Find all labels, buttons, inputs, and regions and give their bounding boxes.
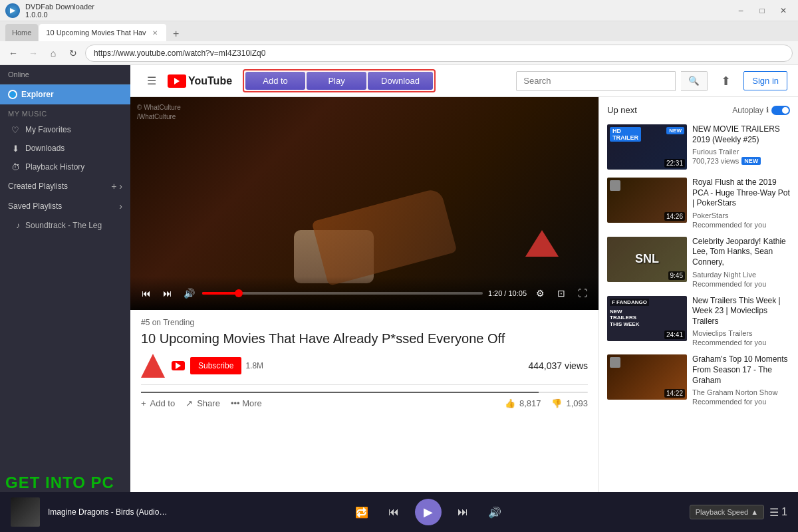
youtube-search-input[interactable] xyxy=(516,71,676,91)
video-progress-bar[interactable] xyxy=(202,292,483,295)
player-play-button[interactable]: ▶ xyxy=(415,499,442,525)
volume-button[interactable]: 🔊 xyxy=(181,285,197,301)
sidebar-online-label: Online xyxy=(0,65,130,84)
sidebar-item-favorites[interactable]: ♡ My Favorites xyxy=(0,120,130,139)
title-bar: ▶ DVDFab Downloader1.0.0.0 – □ ✕ xyxy=(0,0,798,21)
play-button[interactable]: Play xyxy=(307,72,366,90)
download-button[interactable]: Download xyxy=(368,72,433,90)
video-player[interactable]: © WhatCulture /WhatCulture ⏮ ⏭ 🔊 1:20 / … xyxy=(130,97,598,310)
address-bar[interactable] xyxy=(85,45,793,62)
sidebar-item-history[interactable]: ⏱ Playback History xyxy=(0,158,130,176)
skip-back-button[interactable]: ⏮ xyxy=(138,285,154,301)
video-views: 444,037 views xyxy=(528,360,588,371)
sv-thumb-5: 14:22 xyxy=(607,354,687,400)
add-to-button[interactable]: Add to xyxy=(245,72,305,90)
dislike-button[interactable]: 👎 1,093 xyxy=(551,398,588,408)
prev-button[interactable]: ⏮ xyxy=(383,501,404,523)
autoplay-control: Autoplay ℹ xyxy=(732,106,790,115)
sv-meta-4: Recommended for you xyxy=(692,338,790,346)
sv-new-badge-1: NEW xyxy=(741,157,761,165)
sv-thumb-1: HDTRAILER NEW 22:31 xyxy=(607,124,687,170)
player-right-controls: Playback Speed ▲ ☰ 1 xyxy=(690,505,787,519)
chevron-up-icon: ▲ xyxy=(751,508,758,516)
thumbs-up-icon: 👍 xyxy=(505,398,515,408)
video-logo-triangle xyxy=(525,230,559,257)
minimize-button[interactable]: – xyxy=(732,3,750,18)
share-icon: ↗ xyxy=(186,398,193,408)
close-button[interactable]: ✕ xyxy=(774,3,793,18)
suggested-video-1[interactable]: HDTRAILER NEW 22:31 NEW MOVIE TRAILERS 2… xyxy=(599,120,798,174)
sidebar-favorites-label: My Favorites xyxy=(25,125,71,134)
next-button[interactable]: ⏭ xyxy=(452,501,473,523)
frame-back-button[interactable]: ⏭ xyxy=(160,285,176,301)
playback-speed-button[interactable]: Playback Speed ▲ xyxy=(690,505,764,519)
tab-video[interactable]: 10 Upcoming Movies That Hav ✕ xyxy=(39,24,166,41)
add-to-action-button[interactable]: + Add to xyxy=(141,398,175,408)
suggested-video-2[interactable]: 14:26 Royal Flush at the 2019 PCA - Huge… xyxy=(599,174,798,233)
sv-thumb-3: SNL 9:45 xyxy=(607,237,687,282)
tab-home[interactable]: Home xyxy=(5,24,38,41)
sidebar-saved-playlists-header[interactable]: Saved Playlists › xyxy=(0,196,130,216)
like-button[interactable]: 👍 8,817 xyxy=(505,398,541,408)
sv-title-2: Royal Flush at the 2019 PCA - Huge Three… xyxy=(692,178,790,209)
hamburger-button[interactable]: ☰ xyxy=(141,70,162,92)
suggested-video-4[interactable]: F FANDANGO NEWTRAILERSTHIS WEEK 24:41 Ne… xyxy=(599,292,798,351)
sv-duration-4: 24:41 xyxy=(664,331,685,339)
sv-meta-1: 700,723 views NEW xyxy=(692,157,790,165)
history-icon: ⏱ xyxy=(11,162,20,172)
hd-badge: HDTRAILER xyxy=(610,127,641,142)
sv-meta-2: Recommended for you xyxy=(692,221,790,229)
autoplay-info-icon: ℹ xyxy=(766,106,769,114)
maximize-button[interactable]: □ xyxy=(753,3,771,18)
fullscreen-button[interactable]: ⛶ xyxy=(575,285,591,301)
video-time: 1:20 / 10:05 xyxy=(488,289,527,297)
suggested-video-3[interactable]: SNL 9:45 Celebrity Jeopardy! Kathie Lee,… xyxy=(599,233,798,292)
fandango-logo: F FANDANGO xyxy=(610,299,649,306)
download-icon: ⬇ xyxy=(11,144,20,153)
refresh-button[interactable]: ↻ xyxy=(65,45,81,61)
sidebar-saved-playlists-label: Saved Playlists xyxy=(8,201,62,211)
bottom-player: Imagine Dragons - Birds (Audio) ft. Elis… xyxy=(0,492,798,532)
sidebar-playlist-soundtrack[interactable]: ♪ Soundtrack - The Leg xyxy=(0,216,130,235)
youtube-logo: YouTube xyxy=(168,74,232,88)
queue-button[interactable]: ☰ 1 xyxy=(769,506,787,519)
repeat-button[interactable]: 🔁 xyxy=(351,501,372,523)
subscribe-button[interactable]: Subscribe xyxy=(190,357,241,374)
queue-icon: ☰ xyxy=(769,506,779,519)
share-button[interactable]: ↗ Share xyxy=(186,398,220,408)
back-button[interactable]: ← xyxy=(5,45,21,61)
sidebar-explorer-item[interactable]: 🌐 Explorer xyxy=(0,84,130,104)
sidebar-item-downloads[interactable]: ⬇ Downloads xyxy=(0,139,130,158)
youtube-upload-button[interactable]: ⬆ xyxy=(713,70,738,92)
youtube-signin-button[interactable]: Sign in xyxy=(743,71,787,90)
chevron-down-icon: › xyxy=(119,181,122,192)
video-progress-dot xyxy=(235,289,243,297)
player-volume-button[interactable]: 🔊 xyxy=(484,501,505,523)
video-main: © WhatCulture /WhatCulture ⏮ ⏭ 🔊 1:20 / … xyxy=(130,97,598,492)
up-next-label: Up next xyxy=(607,105,637,115)
sidebar-created-playlists-header[interactable]: Created Playlists + › xyxy=(0,176,130,196)
suggested-video-5[interactable]: 14:22 Graham's Top 10 Moments From Seaso… xyxy=(599,350,798,410)
sv-info-3: Celebrity Jeopardy! Kathie Lee, Tom Hank… xyxy=(692,237,790,288)
video-settings-button[interactable]: ⚙ xyxy=(532,285,548,301)
home-button[interactable]: ⌂ xyxy=(45,45,61,61)
more-button[interactable]: ••• More xyxy=(231,398,262,408)
watermark-overlay: GET INTO PC xyxy=(0,473,120,492)
recommended-icon-2 xyxy=(610,180,620,191)
sv-channel-2: PokerStars xyxy=(692,211,790,219)
autoplay-toggle[interactable] xyxy=(771,106,790,115)
add-playlist-icon[interactable]: + xyxy=(111,181,116,192)
theater-mode-button[interactable]: ⊡ xyxy=(553,285,569,301)
youtube-logo-text: YouTube xyxy=(188,75,232,87)
plus-icon: + xyxy=(141,398,146,408)
sv-duration-5: 14:22 xyxy=(664,389,685,398)
sv-duration-1: 22:31 xyxy=(664,159,685,168)
new-tab-button[interactable]: + xyxy=(168,27,185,41)
youtube-search-button[interactable]: 🔍 xyxy=(681,71,708,91)
forward-button[interactable]: → xyxy=(25,45,41,61)
sv-channel-5: The Graham Norton Show xyxy=(692,388,790,396)
tab-close-icon[interactable]: ✕ xyxy=(150,28,160,37)
video-content: © WhatCulture /WhatCulture ⏮ ⏭ 🔊 1:20 / … xyxy=(130,97,798,492)
subscriber-count: 1.8M xyxy=(245,361,263,370)
content-area: ☰ YouTube Add to Play Download 🔍 ⬆ Sign … xyxy=(130,65,798,492)
